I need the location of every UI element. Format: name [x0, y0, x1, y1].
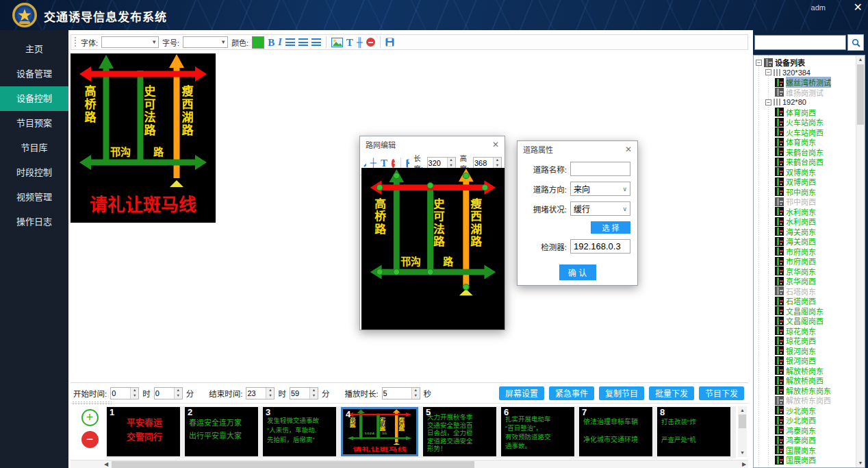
congestion-select[interactable]: 缓行 ∨: [570, 201, 630, 216]
duration-stepper[interactable]: ▲▼: [382, 387, 420, 399]
end-hour-stepper[interactable]: ▲▼: [246, 387, 275, 399]
tree-device-item[interactable]: 体育岗西: [754, 108, 856, 118]
tree-group[interactable]: −320*384: [754, 68, 856, 78]
tree-device-item[interactable]: 琼花岗西: [754, 336, 856, 346]
end-minute-input[interactable]: [290, 388, 309, 399]
edit-node-handle[interactable]: [482, 184, 488, 190]
program-thumbnail[interactable]: 打击改装“炸严查严处“机8: [657, 407, 730, 456]
font-select[interactable]: ▼: [101, 36, 159, 48]
scroll-down-icon[interactable]: ▼: [856, 459, 865, 467]
align-right-icon[interactable]: [311, 38, 321, 46]
tree-device-item[interactable]: 京华岗东: [754, 267, 856, 277]
sidebar-item-video-management[interactable]: 视频管理: [0, 185, 68, 210]
edit-node-handle[interactable]: [463, 173, 469, 179]
scrollbar-thumb[interactable]: [739, 415, 746, 428]
save-icon[interactable]: [406, 159, 409, 168]
scroll-up-icon[interactable]: ▲: [738, 406, 747, 415]
start-hour-input[interactable]: [111, 388, 130, 399]
tree-device-item[interactable]: 火车站岗西: [754, 127, 856, 138]
batch-send-button[interactable]: 批量下发: [649, 386, 694, 400]
edit-node-handle[interactable]: [394, 269, 400, 275]
tree-device-item[interactable]: 市府岗东: [754, 247, 856, 257]
program-horizontal-scrollbar[interactable]: ◀ ▶: [71, 460, 748, 468]
duration-input[interactable]: [383, 388, 411, 399]
add-program-button[interactable]: +: [81, 409, 99, 426]
tree-device-item[interactable]: 文昌阁岗东: [754, 306, 856, 317]
end-hour-input[interactable]: [246, 388, 266, 399]
sidebar-item-operation-log[interactable]: 操作日志: [0, 210, 68, 234]
spin-up-icon[interactable]: ▲: [448, 158, 455, 163]
sidebar-item-home[interactable]: 主页: [0, 37, 68, 62]
save-icon[interactable]: [385, 38, 394, 47]
sidebar-item-time-control[interactable]: 时段控制: [0, 160, 68, 185]
user-name[interactable]: adm: [811, 3, 826, 12]
tree-device-item[interactable]: 国展岗西: [754, 455, 856, 465]
tree-device-item[interactable]: 市府岗西: [754, 256, 856, 267]
tree-device-item[interactable]: 双博岗西: [754, 177, 856, 187]
edit-node-handle[interactable]: [427, 269, 433, 275]
program-thumbnail[interactable]: 扎实开展电动车“百日整治”，有效预防道路交通事故。6: [501, 407, 574, 456]
tree-device-item[interactable]: 解放桥东岗西: [754, 395, 856, 406]
emergency-event-button[interactable]: 紧急事件: [549, 386, 594, 400]
roadnet-tool-icon[interactable]: ╫: [357, 38, 363, 47]
tree-device-item[interactable]: 来鹤台岗西: [754, 157, 856, 167]
copy-program-button[interactable]: 复制节目: [599, 386, 644, 400]
collapse-icon[interactable]: −: [765, 99, 771, 106]
tree-device-item[interactable]: 鸿泰岗东: [754, 426, 856, 436]
program-thumbnail[interactable]: 大力开展秋冬季交通安全整治百日会战，全力稳定道路交通安全形势！5: [423, 407, 496, 456]
scroll-left-icon[interactable]: ◀: [102, 460, 110, 468]
image-icon[interactable]: [331, 38, 343, 47]
spin-up-icon[interactable]: ▲: [494, 158, 501, 163]
italic-button[interactable]: I: [278, 38, 281, 47]
spin-up-icon[interactable]: ▲: [266, 388, 274, 393]
text-tool-icon[interactable]: T: [381, 158, 387, 168]
start-hour-stepper[interactable]: ▲▼: [110, 387, 139, 399]
align-left-icon[interactable]: [285, 38, 295, 46]
program-thumbnail[interactable]: 发生轻微交通事故“人未伤，车能动.先拍照，后撤离”3: [263, 407, 336, 456]
program-thumbnail[interactable]: 依法治理非标车辆净化城市交通环境7: [579, 407, 652, 456]
end-minute-stepper[interactable]: ▲▼: [290, 387, 318, 399]
start-minute-input[interactable]: [155, 388, 174, 399]
edit-node-handle[interactable]: [394, 173, 400, 179]
sidebar-item-device-control[interactable]: 设备控制: [0, 86, 68, 111]
spin-down-icon[interactable]: ▼: [131, 393, 138, 399]
color-swatch[interactable]: [252, 36, 264, 49]
align-center-icon[interactable]: [298, 38, 308, 46]
tree-device-item[interactable]: 国展岗东: [754, 445, 856, 456]
tree-device-item[interactable]: 沙北岗西: [754, 415, 856, 426]
program-thumbnail[interactable]: 春运安全连万家出行平安靠大家2: [185, 407, 258, 456]
spin-up-icon[interactable]: ▲: [131, 388, 138, 393]
tree-device-item[interactable]: 解放桥岗西: [754, 375, 856, 386]
height-input[interactable]: [474, 158, 493, 169]
tree-root[interactable]: −设备列表: [754, 58, 856, 68]
tree-device-item[interactable]: 来鹤台岗东: [754, 147, 856, 158]
tree-device-item[interactable]: 鸿泰岗西: [754, 435, 856, 445]
tree-device-item[interactable]: 海关岗西: [754, 236, 856, 247]
scroll-up-icon[interactable]: ▲: [856, 56, 865, 64]
detector-input[interactable]: [570, 239, 630, 254]
close-icon[interactable]: ✕: [625, 145, 632, 153]
collapse-icon[interactable]: −: [756, 60, 762, 66]
delete-icon[interactable]: [366, 38, 375, 47]
scrollbar-thumb[interactable]: [857, 64, 864, 125]
tree-device-item[interactable]: 邗中岗西: [754, 197, 856, 207]
tree-scrollbar[interactable]: ▲ ▼: [856, 56, 865, 467]
sidebar-item-device-management[interactable]: 设备管理: [0, 62, 68, 86]
tree-device-item[interactable]: 双博岗东: [754, 167, 856, 177]
sidebar-item-program-plan[interactable]: 节目预案: [0, 111, 68, 136]
cross-node-icon[interactable]: ┼: [370, 158, 376, 168]
spin-up-icon[interactable]: ▲: [175, 388, 182, 393]
bold-button[interactable]: B: [268, 38, 275, 47]
window-close-icon[interactable]: ✕: [854, 1, 863, 14]
spin-down-icon[interactable]: ▼: [266, 393, 274, 399]
close-icon[interactable]: ✕: [492, 140, 499, 149]
led-preview-panel[interactable]: 高桥路史可法路瘦西湖路邗沟路请礼让斑马线: [71, 53, 216, 223]
select-detector-button[interactable]: 选 择: [591, 221, 630, 234]
size-select[interactable]: ▼: [183, 36, 228, 48]
scroll-down-icon[interactable]: ▼: [738, 449, 747, 457]
spin-down-icon[interactable]: ▼: [175, 393, 182, 399]
sidebar-item-program-library[interactable]: 节目库: [0, 136, 68, 160]
tree-device-item[interactable]: 水利岗西: [754, 217, 856, 227]
tree-device-item[interactable]: 琼花岗东: [754, 326, 856, 336]
tree-device-item[interactable]: 体育岗东: [754, 137, 856, 147]
